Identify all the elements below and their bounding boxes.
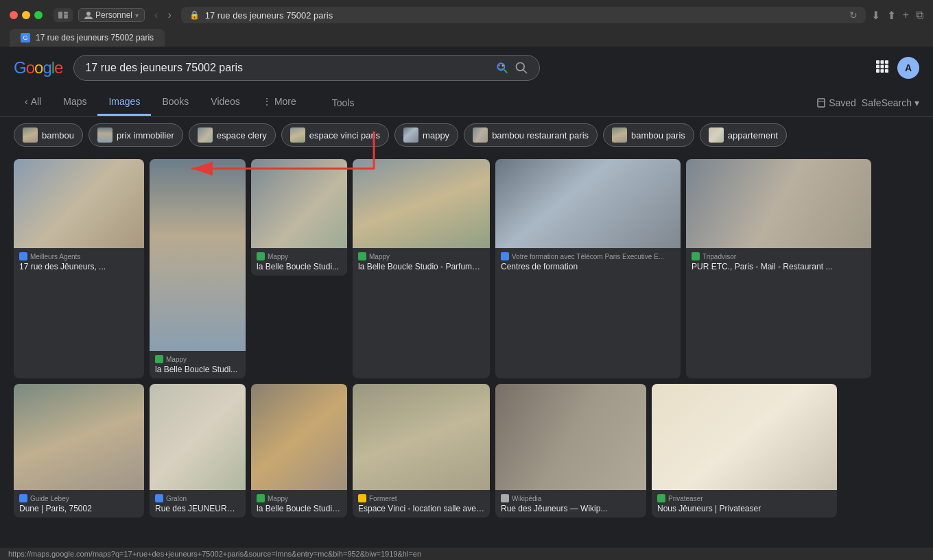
tabs-button[interactable]: ⧉ (916, 9, 923, 21)
image-12-title: Nous Jêuneurs | Privateaser (657, 504, 831, 513)
image-card-1[interactable]: Meilleurs Agents 17 rue des Jêuneurs, ..… (14, 159, 144, 378)
image-11-source-text: Wikipédia (512, 495, 541, 502)
image-6-source: Tripadvisor (692, 252, 866, 260)
image-2-source: Mappy (155, 355, 240, 363)
image-card-2[interactable]: Mappy la Belle Boucle Studi... (150, 159, 246, 378)
tools-label: Tools (332, 97, 355, 108)
image-card-9[interactable]: Mappy la Belle Boucle Studio - Parfu... (251, 384, 347, 518)
chip-img-bambou-restaurant (473, 127, 488, 143)
chip-mappy[interactable]: mappy (394, 123, 458, 147)
tab-books-label: Books (162, 96, 189, 107)
image-6-source-text: Tripadvisor (702, 253, 736, 260)
chip-bambou[interactable]: bambou (14, 123, 83, 147)
status-bar: https://maps.google.com/maps?q=17+rue+de… (0, 548, 933, 560)
source-dot-blue-8 (155, 494, 163, 502)
chip-mappy-label: mappy (423, 130, 449, 141)
lens-icon[interactable] (495, 61, 509, 75)
back-button[interactable]: ‹ (150, 8, 162, 23)
tab-videos[interactable]: Videos (200, 89, 251, 116)
svg-rect-2 (64, 14, 68, 16)
chip-prix-immobilier[interactable]: prix immobilier (88, 123, 183, 147)
download-button[interactable]: ⬇ (871, 9, 880, 22)
browser-tab-active[interactable]: G 17 rue des jeuneurs 75002 paris (10, 29, 165, 47)
search-icons (495, 61, 528, 75)
image-5-source-text: Votre formation avec Télécom Paris Execu… (512, 253, 664, 260)
chip-bambou-paris[interactable]: bambou paris (603, 123, 694, 147)
google-logo: Google (14, 58, 62, 77)
fullscreen-button[interactable] (34, 11, 43, 19)
new-tab-button[interactable]: + (903, 9, 909, 21)
image-3-title: la Belle Boucle Studi... (257, 262, 342, 271)
image-col-3-4: Mappy la Belle Boucle Studi... (251, 159, 347, 378)
avatar[interactable]: A (897, 57, 919, 79)
source-dot-green-6 (692, 252, 700, 260)
image-7-caption: Guide Lebey Dune | Paris, 75002 (14, 490, 144, 518)
tab-maps-label: Maps (63, 96, 86, 107)
image-9-source: Mappy (257, 494, 342, 502)
svg-rect-12 (876, 64, 879, 68)
source-dot-green-12 (657, 494, 665, 502)
image-card-10[interactable]: Formeret Espace Vinci - location salle a… (353, 384, 490, 518)
browser-actions: ⬇ ⬆ + ⧉ (871, 9, 923, 22)
search-button[interactable] (515, 61, 528, 75)
image-card-6[interactable]: Tripadvisor PUR ETC., Paris - Mail - Res… (686, 159, 871, 378)
chevron-down-icon: ▾ (914, 97, 919, 108)
image-9-source-text: Mappy (268, 495, 288, 502)
tab-images[interactable]: Images (97, 89, 151, 116)
image-7-source: Guide Lebey (19, 494, 139, 502)
close-button[interactable] (10, 11, 18, 19)
search-input[interactable] (85, 62, 487, 74)
more-dots-icon: ⋮ (262, 96, 272, 107)
image-10-title: Espace Vinci - location salle avec c... (358, 504, 484, 513)
image-4-source-text: Mappy (369, 253, 390, 260)
chip-bambou-restaurant[interactable]: bambou restaurant paris (464, 123, 598, 147)
image-card-7[interactable]: Guide Lebey Dune | Paris, 75002 (14, 384, 144, 518)
chip-appartement[interactable]: appartement (700, 123, 787, 147)
image-4 (353, 159, 490, 248)
image-11 (495, 384, 646, 490)
chip-espace-vinci[interactable]: espace vinci paris (281, 123, 389, 147)
share-button[interactable]: ⬆ (887, 9, 896, 22)
image-8-source: Gralon (155, 494, 240, 502)
lock-icon: 🔒 (189, 10, 200, 20)
tab-more[interactable]: ⋮ More (251, 89, 307, 116)
safesearch-button[interactable]: SafeSearch ▾ (862, 97, 919, 108)
chevron-down-icon: ▾ (135, 12, 139, 19)
image-card-8[interactable]: Gralon Rue des JEUNEURS Paris (150, 384, 246, 518)
image-1-caption: Meilleurs Agents 17 rue des Jêuneurs, ..… (14, 248, 144, 276)
search-bar[interactable] (73, 55, 540, 81)
svg-rect-13 (881, 64, 884, 68)
tab-books[interactable]: Books (151, 89, 200, 116)
image-card-5[interactable]: Votre formation avec Télécom Paris Execu… (495, 159, 681, 378)
chip-espace-clery[interactable]: espace clery (189, 123, 276, 147)
image-12-caption: Privateaser Nous Jêuneurs | Privateaser (652, 490, 837, 518)
tab-all[interactable]: ‹ All (14, 89, 52, 116)
tab-more-label: More (274, 96, 296, 107)
image-card-3[interactable]: Mappy la Belle Boucle Studi... (251, 159, 347, 276)
image-card-11[interactable]: Wikipédia Rue des Jêuneurs — Wikip... (495, 384, 646, 518)
forward-button[interactable]: › (163, 8, 175, 23)
image-7-source-text: Guide Lebey (30, 495, 69, 502)
svg-rect-16 (881, 69, 884, 73)
profile-button[interactable]: Personnel ▾ (78, 8, 145, 22)
sidebar-toggle-button[interactable] (54, 8, 73, 22)
chip-bambou-paris-label: bambou paris (631, 130, 685, 141)
reload-button[interactable]: ↻ (849, 10, 858, 21)
saved-button[interactable]: Saved (816, 97, 856, 108)
image-3-source: Mappy (257, 252, 342, 260)
svg-rect-10 (881, 60, 884, 64)
chip-bambou-label: bambou (42, 130, 74, 141)
tab-maps[interactable]: Maps (52, 89, 97, 116)
image-2 (150, 159, 246, 351)
address-bar[interactable]: 🔒 17 rue des jeuneurs 75002 paris ↻ (181, 7, 866, 23)
header-right: A (875, 57, 919, 79)
chip-prix-label: prix immobilier (117, 130, 174, 141)
image-card-12[interactable]: Privateaser Nous Jêuneurs | Privateaser (652, 384, 837, 518)
nav-buttons: ‹ › (150, 8, 176, 23)
minimize-button[interactable] (22, 11, 30, 19)
image-card-4[interactable]: Mappy la Belle Boucle Studio - Parfumeri… (353, 159, 490, 378)
image-3-caption: Mappy la Belle Boucle Studi... (251, 248, 347, 276)
apps-button[interactable] (875, 60, 889, 77)
source-dot-wiki-11 (501, 494, 509, 502)
tools-button[interactable]: Tools (321, 90, 366, 115)
